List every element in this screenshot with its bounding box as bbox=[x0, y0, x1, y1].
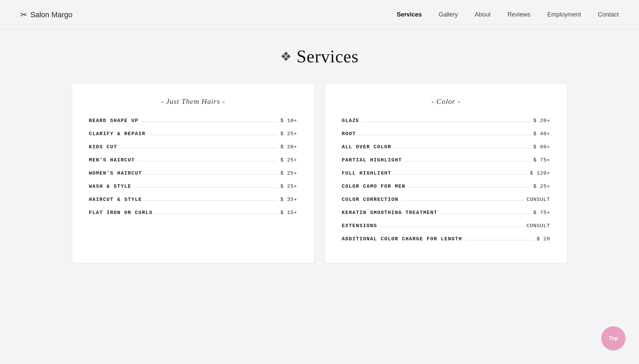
scissors-icon: ✂ bbox=[20, 10, 27, 20]
service-name: HAIRCUT & STYLE bbox=[89, 197, 142, 203]
service-card-1: - Color -GLAZE$ 20+ROOT$ 40+ALL OVER COL… bbox=[325, 83, 568, 263]
nav-link-about[interactable]: About bbox=[475, 11, 491, 18]
service-price: CONSULT bbox=[526, 223, 550, 229]
service-item: PARTIAL HIGHLIGHT$ 75+ bbox=[342, 157, 550, 163]
service-price: $ 20+ bbox=[533, 118, 550, 124]
service-dots bbox=[141, 122, 278, 122]
card-title-1: - Color - bbox=[342, 97, 550, 106]
service-name: WASH & STYLE bbox=[89, 184, 132, 189]
service-dots bbox=[408, 187, 531, 188]
service-name: EXTENSIONS bbox=[342, 223, 377, 229]
service-item: ALL OVER COLOR$ 60+ bbox=[342, 144, 550, 150]
service-price: $ 75+ bbox=[533, 210, 550, 216]
service-dots bbox=[401, 201, 524, 201]
nav-link-reviews[interactable]: Reviews bbox=[507, 11, 530, 18]
service-card-0: - Just Them Hairs -BEARD SHAPE UP$ 10+CL… bbox=[72, 83, 315, 263]
service-price: $ 25+ bbox=[280, 131, 297, 137]
service-name: BEARD SHAPE UP bbox=[89, 118, 139, 124]
service-name: FULL HIGHLIGHT bbox=[342, 171, 391, 176]
nav-links: ServicesGalleryAboutReviewsEmploymentCon… bbox=[397, 11, 619, 18]
service-price: $ 15+ bbox=[280, 210, 297, 216]
nav-link-employment[interactable]: Employment bbox=[547, 11, 581, 18]
service-item: EXTENSIONSCONSULT bbox=[342, 223, 550, 229]
service-dots bbox=[134, 187, 278, 188]
service-name: CLARIFY & REPAIR bbox=[89, 131, 146, 137]
service-price: $ 20 bbox=[536, 236, 550, 242]
service-item: COLOR CAMO FOR MEN$ 25+ bbox=[342, 184, 550, 189]
service-price: $ 40+ bbox=[533, 131, 550, 137]
page-heading-section: ❖ Services bbox=[0, 47, 639, 66]
service-cards-container: - Just Them Hairs -BEARD SHAPE UP$ 10+CL… bbox=[0, 83, 639, 263]
brand-name: Salon Margo bbox=[30, 10, 72, 19]
service-price: $ 10+ bbox=[280, 118, 297, 124]
service-item: WOMEN'S HAIRCUT$ 25+ bbox=[89, 171, 297, 176]
service-item: HAIRCUT & STYLE$ 35+ bbox=[89, 197, 297, 203]
service-name: KIDS CUT bbox=[89, 144, 117, 150]
service-item: GLAZE$ 20+ bbox=[342, 118, 550, 124]
page-title: Services bbox=[296, 47, 358, 66]
service-name: COLOR CORRECTION bbox=[342, 197, 399, 203]
service-dots bbox=[155, 214, 278, 214]
logo[interactable]: ✂ Salon Margo bbox=[20, 10, 72, 20]
service-price: $ 25+ bbox=[280, 171, 297, 176]
service-price: $ 25+ bbox=[280, 184, 297, 189]
service-name: FLAT IRON OR CURLS bbox=[89, 210, 153, 216]
service-name: WOMEN'S HAIRCUT bbox=[89, 171, 142, 176]
nav-link-gallery[interactable]: Gallery bbox=[439, 11, 458, 18]
service-dots bbox=[120, 148, 278, 148]
service-dots bbox=[138, 161, 278, 161]
service-name: ADDITIONAL COLOR CHARGE FOR LENGTH bbox=[342, 236, 462, 242]
service-dots bbox=[148, 135, 278, 135]
service-item: COLOR CORRECTIONCONSULT bbox=[342, 197, 550, 203]
service-item: WASH & STYLE$ 25+ bbox=[89, 184, 297, 189]
service-item: CLARIFY & REPAIR$ 25+ bbox=[89, 131, 297, 137]
card-title-0: - Just Them Hairs - bbox=[89, 97, 297, 106]
service-price: $ 120+ bbox=[530, 171, 550, 176]
service-price: $ 35+ bbox=[280, 197, 297, 203]
service-item: MEN'S HAIRCUT$ 25+ bbox=[89, 157, 297, 163]
nav-link-contact[interactable]: Contact bbox=[598, 11, 619, 18]
service-dots bbox=[359, 135, 531, 135]
service-name: PARTIAL HIGHLIGHT bbox=[342, 157, 402, 163]
service-name: ALL OVER COLOR bbox=[342, 144, 391, 150]
service-dots bbox=[465, 240, 534, 240]
service-dots bbox=[145, 174, 278, 175]
service-dots bbox=[145, 201, 278, 201]
service-price: $ 75+ bbox=[533, 157, 550, 163]
navigation: ✂ Salon Margo ServicesGalleryAboutReview… bbox=[0, 0, 639, 30]
tag-icon: ❖ bbox=[280, 49, 292, 64]
service-item: ROOT$ 40+ bbox=[342, 131, 550, 137]
service-item: ADDITIONAL COLOR CHARGE FOR LENGTH$ 20 bbox=[342, 236, 550, 242]
service-name: MEN'S HAIRCUT bbox=[89, 157, 135, 163]
nav-link-services[interactable]: Services bbox=[397, 11, 422, 18]
service-dots bbox=[380, 227, 524, 227]
service-item: FLAT IRON OR CURLS$ 15+ bbox=[89, 210, 297, 216]
service-price: $ 60+ bbox=[533, 144, 550, 150]
top-button[interactable]: Top bbox=[601, 326, 626, 351]
service-item: KERATIN SMOOTHING TREATMENT$ 75+ bbox=[342, 210, 550, 216]
service-dots bbox=[405, 161, 530, 161]
service-dots bbox=[362, 122, 530, 122]
service-price: $ 25+ bbox=[280, 157, 297, 163]
service-name: GLAZE bbox=[342, 118, 360, 124]
service-name: COLOR CAMO FOR MEN bbox=[342, 184, 406, 189]
service-dots bbox=[440, 214, 530, 214]
service-price: $ 20+ bbox=[280, 144, 297, 150]
service-name: KERATIN SMOOTHING TREATMENT bbox=[342, 210, 438, 216]
service-item: KIDS CUT$ 20+ bbox=[89, 144, 297, 150]
service-dots bbox=[394, 148, 531, 148]
service-item: BEARD SHAPE UP$ 10+ bbox=[89, 118, 297, 124]
service-price: $ 25+ bbox=[533, 184, 550, 189]
service-price: CONSULT bbox=[526, 197, 550, 203]
service-dots bbox=[394, 174, 527, 175]
service-item: FULL HIGHLIGHT$ 120+ bbox=[342, 171, 550, 176]
service-name: ROOT bbox=[342, 131, 356, 137]
